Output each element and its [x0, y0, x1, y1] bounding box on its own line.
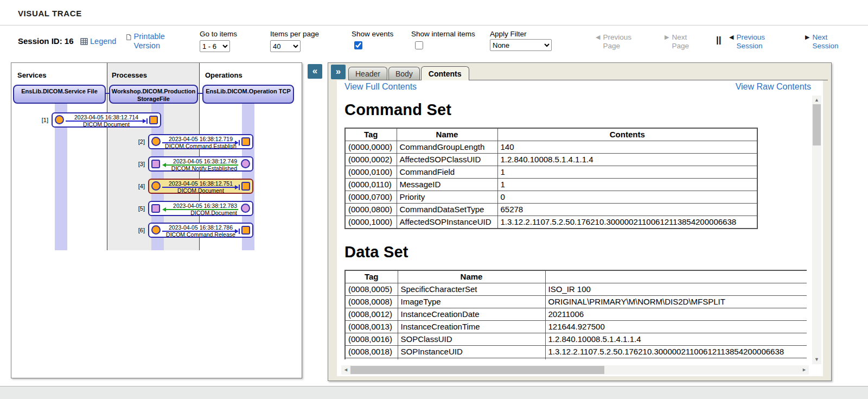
lane-production-storagefile[interactable]: Workshop.DICOM.Production StorageFile [109, 85, 198, 104]
message-name: DICOM.Document [66, 121, 147, 128]
target-event-icon [241, 182, 250, 191]
previous-session-button[interactable]: ◀ Previous Session [729, 33, 771, 50]
scroll-left-icon[interactable]: ◄ [341, 365, 350, 375]
trace-diagram: Services Processes Operations EnsLib.DIC… [11, 63, 302, 378]
table-row: (0000,0002)AffectedSOPClassUID1.2.840.10… [345, 154, 757, 166]
toolbar: Session ID: 16 Legend Printable Version … [0, 26, 868, 62]
column-separator [107, 63, 107, 250]
right-triangle-icon: ▶ [805, 33, 809, 41]
legend-grid-icon [80, 38, 88, 45]
legend-button[interactable]: Legend [80, 37, 116, 46]
table-row: (0000,0700)Priority0 [345, 191, 757, 204]
collapse-left-panel-button[interactable]: « [308, 64, 322, 79]
services-column-title: Services [17, 71, 47, 79]
table-row: (0008,0008)ImageTypeORIGINAL\PRIMARY\M\N… [345, 296, 807, 308]
lane-service-file[interactable]: EnsLib.DICOM.Service File [13, 85, 106, 104]
table-row: (0000,0110)MessageID1 [345, 179, 757, 191]
apply-filter-select[interactable]: None [490, 39, 552, 51]
table-cell: (0000,1000) [345, 216, 397, 229]
pause-separator: || [716, 35, 722, 46]
dicom-contents-document: Command Set TagNameContents(0000,0000)Co… [344, 96, 807, 359]
tab-contents[interactable]: Contents [421, 66, 469, 80]
table-cell: SOPInstanceUID [398, 346, 545, 358]
items-per-page-select[interactable]: 40 [270, 40, 301, 52]
detail-tabs: HeaderBodyContents [348, 65, 828, 80]
table-row: (0000,0800)CommandDataSetType65278 [345, 204, 757, 216]
view-full-contents-link[interactable]: View Full Contents [344, 82, 417, 92]
table-cell: (0000,0002) [345, 154, 397, 166]
trace-message-2[interactable]: 2023-04-05 16:38:12.719DICOM.Command.Est… [148, 134, 253, 149]
column-header: Tag [345, 270, 398, 283]
column-header: Name [397, 128, 497, 141]
table-cell: (0008,0018) [345, 346, 398, 358]
table-row: (0008,0016)SOPClassUID1.2.840.10008.5.1.… [345, 333, 807, 346]
trace-message-3[interactable]: 2023-04-05 16:38:12.749DICOM.Notify.Esta… [148, 156, 253, 172]
table-row: (0000,0100)CommandField1 [345, 166, 757, 179]
printable-version-button[interactable]: Printable Version [126, 32, 173, 50]
show-events-checkbox[interactable] [354, 41, 362, 49]
horizontal-scrollbar[interactable]: ◄ ► [341, 365, 809, 375]
column-header: Tag [345, 128, 397, 141]
show-internal-items-checkbox[interactable] [415, 41, 423, 49]
message-name: DICOM.Document [162, 187, 239, 194]
scroll-down-icon[interactable]: ▼ [812, 355, 821, 364]
tab-header[interactable]: Header [348, 67, 387, 80]
lane-operation-tcp[interactable]: EnsLib.DICOM.Operation TCP [202, 85, 294, 104]
table-cell: 0 [497, 191, 757, 204]
trace-message-4[interactable]: 2023-04-05 16:38:12.751DICOM.Document [148, 179, 253, 194]
scroll-up-icon[interactable]: ▲ [812, 96, 821, 105]
table-cell: (0008,0008) [345, 296, 398, 308]
table-cell: 1 [497, 179, 757, 191]
left-triangle-icon: ◀ [729, 33, 733, 41]
next-page-label: Next Page [672, 33, 697, 50]
trace-diagram-panel: Services Processes Operations EnsLib.DIC… [11, 62, 302, 378]
trace-message-6[interactable]: 2023-04-05 16:38:12.786DICOM.Command.Rel… [148, 223, 253, 238]
previous-page-label: Previous Page [603, 33, 636, 50]
operations-column-title: Operations [205, 71, 242, 79]
message-name: DICOM.Notify.Established [162, 165, 237, 172]
source-event-icon [151, 181, 161, 191]
apply-filter-label: Apply Filter [490, 30, 527, 38]
table-row: (0008,0020)StudyDate20211006 [345, 358, 807, 360]
table-cell: (0008,0005) [345, 283, 398, 296]
vertical-scrollbar[interactable]: ▲ ▼ [812, 96, 821, 364]
message-index-label: [3] [127, 161, 145, 167]
source-event-icon [55, 115, 64, 124]
table-cell: SpecificCharacterSet [398, 283, 545, 296]
expand-detail-panel-button[interactable]: » [331, 65, 346, 79]
table-cell: Priority [397, 191, 497, 204]
message-timestamp: 2023-04-05 16:38:12.749 [162, 158, 237, 164]
left-triangle-icon: ◀ [596, 33, 600, 41]
document-icon [126, 33, 131, 42]
message-timestamp: 2023-04-05 16:38:12.786 [162, 224, 239, 231]
next-page-button: ▶ Next Page [665, 33, 697, 50]
table-cell: StudyDate [398, 358, 545, 360]
trace-message-1[interactable]: 2023-04-05 16:38:12.714DICOM.Document [52, 112, 161, 128]
vertical-scrollbar-thumb[interactable] [813, 104, 821, 145]
scroll-right-icon[interactable]: ► [800, 365, 809, 375]
table-cell: AffectedSOPInstanceUID [397, 216, 497, 229]
goto-items-select[interactable]: 1 - 6 [200, 40, 230, 52]
table-row: (0008,0018)SOPInstanceUID1.3.12.2.1107.5… [345, 346, 807, 358]
table-row: (0008,0013)InstanceCreationTime121644.92… [345, 321, 807, 333]
table-cell: CommandField [397, 166, 497, 179]
items-per-page-label: Items per page [270, 30, 319, 38]
target-event-icon [151, 204, 160, 213]
horizontal-scrollbar-thumb[interactable] [350, 366, 604, 374]
view-raw-contents-link[interactable]: View Raw Contents [736, 82, 811, 92]
trace-message-5[interactable]: 2023-04-05 16:38:12.783DICOM.Document [148, 201, 253, 216]
right-triangle-icon: ▶ [665, 33, 669, 41]
table-header-row: TagNameContents [345, 128, 757, 141]
table-cell: (0008,0013) [345, 321, 398, 333]
tab-body[interactable]: Body [388, 67, 420, 80]
table-cell: (0000,0110) [345, 179, 397, 191]
table-cell: 1 [497, 166, 757, 179]
message-timestamp: 2023-04-05 16:38:12.714 [66, 114, 147, 121]
table-cell: (0000,0100) [345, 166, 397, 179]
next-session-button[interactable]: ▶ Next Session [805, 33, 840, 50]
table-row: (0000,1000)AffectedSOPInstanceUID1.3.12.… [345, 216, 757, 229]
target-event-icon [149, 116, 158, 124]
data-set-table: TagNameContents(0008,0005)SpecificCharac… [344, 270, 807, 359]
processes-column-title: Processes [112, 71, 147, 79]
table-cell: (0000,0700) [345, 191, 397, 204]
